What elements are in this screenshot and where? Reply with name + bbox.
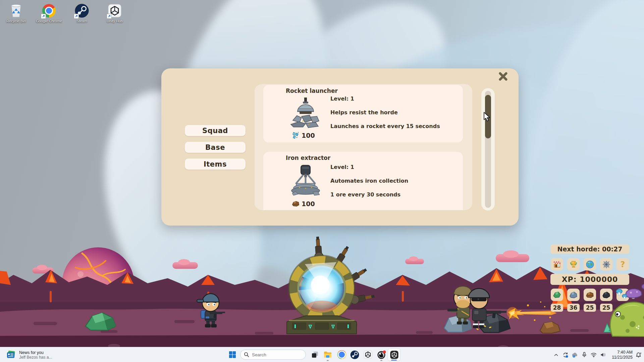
world-icon [586, 260, 594, 269]
windows-logo-icon [229, 351, 236, 358]
tab-base[interactable]: Base [185, 142, 246, 153]
resource-iron-ore [584, 289, 596, 301]
taskbar-search [240, 350, 306, 360]
tray-chevron-up[interactable] [551, 347, 561, 362]
running-indicator [380, 360, 382, 361]
tray-onedrive[interactable]: i [570, 347, 580, 362]
scrollbar-track[interactable] [485, 91, 491, 208]
emerald-rock [84, 311, 117, 331]
resource-green-gem [551, 289, 563, 301]
steam-icon [350, 350, 359, 359]
item-level: Level: 1 [330, 96, 354, 102]
unity-hub-taskbar-button[interactable] [362, 348, 374, 361]
trophy-button[interactable] [567, 258, 580, 270]
tray-volume[interactable] [598, 347, 608, 362]
shop-icon [553, 260, 561, 269]
item-name: Rocket launcher [286, 87, 338, 94]
chrome-icon [337, 350, 346, 359]
tray-sync[interactable] [561, 347, 570, 362]
news-widget[interactable]: News for you Jeff Bezos has a... [3, 349, 55, 361]
trophy-icon [569, 260, 578, 269]
obs-studio-icon [377, 350, 386, 359]
wifi-icon [591, 353, 597, 357]
item-level: Level: 1 [330, 164, 354, 170]
cost-value: 100 [302, 200, 315, 207]
build-menu-dialog: Squad Base Items Rocket launcher [161, 68, 519, 226]
soldier-helmet [469, 288, 506, 328]
help-button[interactable]: ? [616, 258, 629, 270]
tab-items[interactable]: Items [185, 159, 246, 170]
taskbar-clock[interactable]: 7:40 AM 11/21/2025 [608, 350, 633, 360]
cost-value: 100 [302, 132, 315, 139]
news-subtitle: Jeff Bezos has a... [19, 355, 52, 360]
taskbar: News for you Jeff Bezos has a... [0, 347, 644, 362]
purple-mushrooms [626, 284, 644, 299]
portal [285, 249, 358, 337]
world-button[interactable] [584, 258, 596, 270]
rocket-launcher-image [289, 97, 322, 129]
svg-text:z: z [640, 352, 641, 354]
item-description: Helps resist the horde [330, 109, 398, 116]
svg-text:i: i [574, 355, 574, 357]
start-button[interactable] [226, 348, 239, 361]
item-name: Iron extractor [286, 155, 330, 161]
speaker-icon [600, 352, 606, 357]
scrollbar-thumb[interactable] [485, 95, 491, 138]
task-view-button[interactable] [309, 348, 321, 361]
item-description: Automates iron collection [330, 178, 408, 184]
resource-count: 28 [551, 304, 563, 312]
soldiers-firing [443, 283, 557, 333]
news-title: News for you [19, 350, 52, 355]
shop-button[interactable] [551, 258, 563, 270]
microphone-icon [582, 352, 587, 358]
resource-count: 25 [584, 304, 596, 312]
news-icon [6, 350, 16, 360]
clock-date: 11/21/2025 [608, 355, 633, 360]
clock-time: 7:40 AM [608, 350, 633, 355]
next-horde-timer: Next horde: 00:27 [550, 244, 629, 254]
blue-mushrooms [616, 289, 627, 299]
search-icon [244, 352, 249, 357]
item-rate: 1 ore every 30 seconds [330, 191, 400, 198]
running-indicator [327, 360, 329, 361]
question-mark-icon: ? [621, 260, 625, 269]
chevron-up-icon [554, 354, 558, 356]
notification-bell[interactable]: z [633, 347, 644, 362]
blue-crystals-icon [291, 131, 300, 139]
tray-wifi[interactable] [589, 347, 598, 362]
chrome-taskbar-button[interactable] [335, 348, 348, 361]
screen: Recycle Bin Google Chrome [0, 0, 644, 362]
active-app-indicator [391, 360, 397, 361]
item-card-rocket-launcher[interactable]: Rocket launcher Level [263, 85, 463, 142]
cloud-icon: i [572, 352, 578, 358]
item-cost: 100 [291, 199, 315, 208]
search-input[interactable] [240, 350, 306, 360]
dialog-scrollbar [481, 88, 495, 210]
unity-hub-icon [364, 350, 372, 359]
file-explorer-icon [323, 350, 332, 359]
unity-editor-button-active[interactable] [388, 348, 400, 361]
soldier-beret [447, 286, 472, 324]
item-card-iron-extractor[interactable]: Iron extractor [263, 152, 463, 210]
blue-stone-icon [569, 290, 578, 299]
close-icon [498, 72, 508, 81]
tray-microphone[interactable] [580, 347, 589, 362]
green-monster [599, 277, 644, 337]
item-cost: 100 [291, 131, 315, 139]
obs-studio-button[interactable] [375, 348, 388, 361]
resource-blue-stone [567, 289, 580, 301]
iron-extractor-image [289, 164, 322, 196]
iron-ore-icon [291, 199, 300, 208]
resource-count: 36 [567, 304, 580, 312]
tab-squad[interactable]: Squad [185, 125, 246, 136]
green-gem-icon [552, 290, 561, 299]
gear-icon [602, 260, 611, 269]
iron-ore-icon [585, 290, 594, 299]
task-view-icon [311, 351, 319, 359]
file-explorer-button[interactable] [321, 348, 334, 361]
settings-button[interactable] [600, 258, 612, 270]
close-button[interactable] [496, 69, 511, 84]
items-scroll-panel: Rocket launcher Level [255, 84, 472, 210]
steam-taskbar-button[interactable] [348, 348, 361, 361]
sync-icon [562, 352, 569, 358]
